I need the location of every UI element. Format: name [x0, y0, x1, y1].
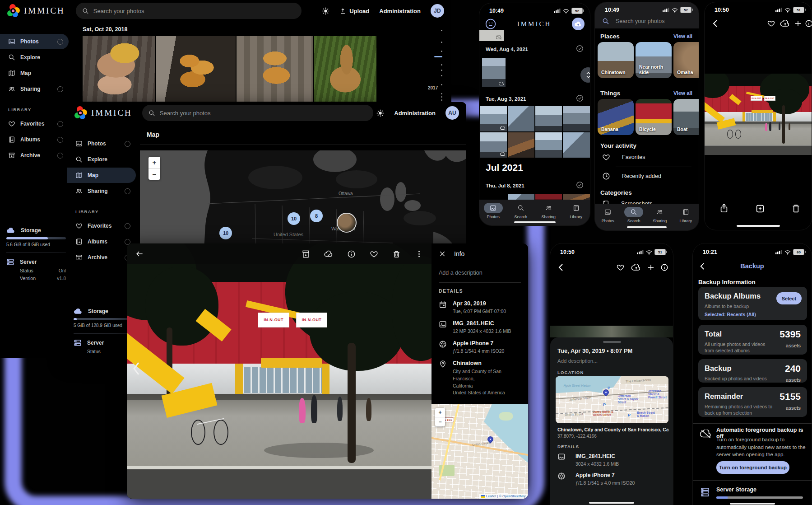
add-to-album-icon[interactable] — [755, 204, 765, 214]
administration-link[interactable]: Administration — [394, 110, 436, 117]
sidebar-item-map[interactable]: Map — [0, 65, 69, 81]
in-n-out-photo[interactable]: IN-N-OUT IN-N-OUT — [127, 243, 432, 499]
zoom-in-button[interactable]: + — [435, 408, 445, 417]
sidebar-item-map[interactable]: Map — [67, 168, 136, 183]
sidebar-item-favorites[interactable]: Favorites — [0, 116, 69, 131]
administration-link[interactable]: Administration — [379, 8, 421, 14]
close-icon[interactable] — [439, 250, 446, 257]
user-face-icon[interactable] — [485, 18, 496, 30]
map-cluster[interactable]: 10 — [219, 227, 232, 239]
favorite-heart-icon[interactable] — [616, 263, 625, 271]
map-cluster[interactable]: 8 — [310, 210, 323, 222]
thing-card[interactable]: Bicycle — [636, 99, 672, 135]
back-arrow-icon[interactable] — [135, 249, 144, 258]
home-indicator[interactable] — [737, 225, 780, 227]
immich-logo[interactable]: IMMICH — [67, 106, 132, 120]
user-avatar[interactable]: JD — [431, 4, 444, 18]
location-map[interactable]: US 101 Union Street + − Leaflet | © Open… — [432, 404, 528, 499]
nav-photos[interactable]: Photos — [596, 207, 620, 223]
trash-icon[interactable] — [392, 250, 401, 258]
thing-card[interactable]: Boat — [673, 99, 699, 135]
more-menu-icon[interactable] — [415, 250, 423, 258]
select-check-icon[interactable] — [576, 181, 584, 189]
scrubber-handle[interactable] — [580, 67, 590, 83]
select-albums-button[interactable]: Select — [776, 292, 802, 304]
home-indicator[interactable] — [730, 503, 775, 505]
photo-thumb[interactable] — [508, 132, 534, 158]
location-map[interactable]: Hyde Street Harbor The Embarcadero Jeffe… — [556, 376, 668, 423]
user-avatar[interactable]: AU — [445, 106, 459, 120]
photo-thumb[interactable] — [480, 132, 507, 158]
turn-on-foreground-backup-button[interactable]: Turn on foreground backup — [716, 461, 789, 474]
back-chevron-icon[interactable] — [712, 19, 719, 28]
search-input[interactable]: Search your photos — [595, 13, 699, 29]
sidebar-item-explore[interactable]: Explore — [0, 50, 69, 65]
theme-toggle-icon[interactable] — [322, 7, 329, 15]
plus-icon[interactable] — [647, 263, 655, 271]
favorites-row[interactable]: Favorites — [602, 153, 645, 161]
photo-thumbnail[interactable] — [156, 36, 236, 102]
zoom-in-button[interactable]: + — [148, 157, 160, 168]
place-card[interactable]: Chinatown — [598, 42, 634, 78]
upload-button[interactable]: Upload — [339, 8, 369, 14]
sidebar-item-sharing[interactable]: Sharing — [0, 81, 69, 97]
photo-thumbnail[interactable] — [237, 36, 313, 102]
cloud-upload-icon[interactable] — [631, 264, 641, 271]
search-input[interactable]: Search your photos — [76, 3, 302, 19]
things-view-all[interactable]: View all — [673, 90, 692, 96]
back-chevron-icon[interactable] — [557, 263, 565, 271]
plus-icon[interactable] — [794, 19, 802, 28]
thing-card[interactable]: Banana — [598, 99, 634, 135]
description-input[interactable]: Add a description — [439, 270, 483, 276]
photo-thumbnail[interactable] — [314, 36, 376, 102]
cloud-backup-icon[interactable] — [324, 250, 333, 258]
sidebar-item-photos[interactable]: Photos — [67, 136, 136, 151]
place-card[interactable]: Near north side — [636, 42, 672, 78]
nav-sharing[interactable]: Sharing — [537, 203, 560, 219]
recently-added-row[interactable]: Recently added — [602, 172, 661, 180]
sidebar-item-archive[interactable]: Archive — [67, 250, 136, 265]
sidebar-item-sharing[interactable]: Sharing — [67, 183, 136, 199]
map-zoom-control[interactable]: + − — [435, 408, 445, 426]
map-zoom-control[interactable]: + − — [148, 157, 160, 180]
sidebar-item-albums[interactable]: Albums — [0, 132, 69, 147]
home-indicator[interactable] — [514, 221, 556, 223]
place-card[interactable]: Omaha — [673, 42, 699, 78]
places-view-all[interactable]: View all — [673, 33, 692, 39]
map-cluster[interactable]: 10 — [288, 212, 300, 225]
map-photo-marker[interactable] — [337, 213, 357, 233]
map-attribution[interactable]: Leaflet | © OpenStreetMap — [486, 494, 526, 498]
photo-thumb[interactable] — [563, 132, 590, 158]
home-indicator[interactable] — [589, 502, 634, 504]
home-indicator[interactable] — [627, 226, 667, 228]
drag-handle[interactable] — [603, 341, 621, 343]
zoom-out-button[interactable]: − — [435, 417, 445, 426]
search-input[interactable]: Search your photos — [142, 105, 373, 121]
photo-thumb[interactable] — [563, 106, 590, 131]
cloud-upload-icon[interactable] — [780, 20, 790, 27]
in-n-out-photo[interactable]: IN-N-OUT IN-N-OUT — [705, 74, 812, 155]
nav-search[interactable]: Search — [622, 207, 645, 223]
favorite-heart-icon[interactable] — [767, 19, 775, 28]
nav-library[interactable]: Library — [564, 203, 588, 219]
share-icon[interactable] — [719, 203, 729, 214]
select-check-icon[interactable] — [576, 94, 584, 102]
sidebar-item-explore[interactable]: Explore — [67, 152, 136, 167]
info-icon[interactable] — [805, 19, 812, 28]
nav-sharing[interactable]: Sharing — [648, 207, 672, 223]
sidebar-item-archive[interactable]: Archive — [0, 148, 69, 163]
sidebar-item-photos[interactable]: Photos — [0, 34, 69, 49]
info-icon[interactable] — [347, 250, 356, 258]
nav-photos[interactable]: Photos — [482, 203, 505, 219]
immich-logo[interactable]: IMMICH — [0, 4, 65, 18]
photo-thumbnail[interactable] — [83, 36, 155, 102]
zoom-out-button[interactable]: − — [148, 168, 160, 180]
local-photo-thumb[interactable] — [479, 30, 504, 41]
photo-edge-strip[interactable] — [550, 326, 673, 337]
photo-thumb[interactable] — [508, 106, 534, 131]
nav-library[interactable]: Library — [674, 207, 697, 223]
backup-upload-avatar[interactable] — [572, 18, 585, 30]
info-icon[interactable] — [660, 263, 668, 271]
photo-thumb[interactable] — [535, 106, 562, 131]
trash-icon[interactable] — [791, 203, 801, 214]
